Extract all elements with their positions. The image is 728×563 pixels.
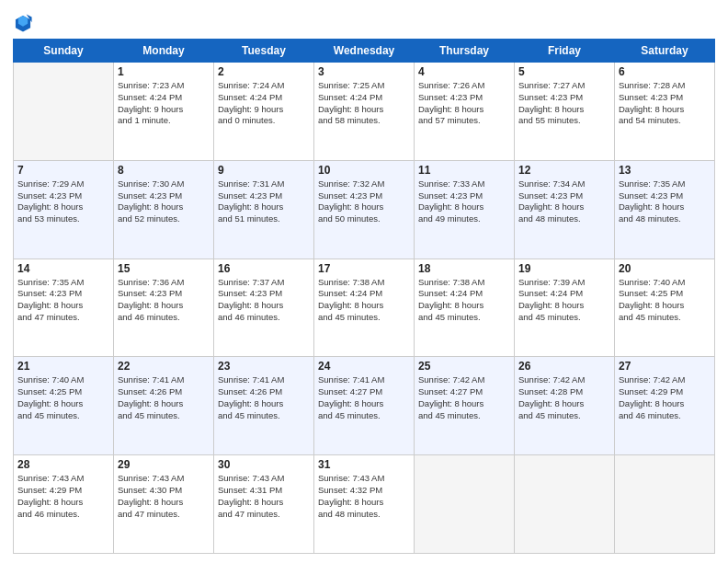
day-info: Sunrise: 7:31 AMSunset: 4:23 PMDaylight:… [218, 178, 310, 225]
day-number: 17 [318, 262, 410, 275]
col-header-wednesday: Wednesday [314, 40, 415, 63]
day-info: Sunrise: 7:39 AMSunset: 4:24 PMDaylight:… [518, 277, 610, 324]
day-cell: 26Sunrise: 7:42 AMSunset: 4:28 PMDayligh… [515, 357, 615, 455]
day-number: 7 [17, 164, 109, 177]
day-number: 16 [218, 262, 310, 275]
day-number: 1 [118, 65, 210, 78]
day-cell: 10Sunrise: 7:32 AMSunset: 4:23 PMDayligh… [314, 160, 415, 259]
day-number: 23 [218, 360, 310, 373]
day-cell: 17Sunrise: 7:38 AMSunset: 4:24 PMDayligh… [314, 259, 415, 357]
day-number: 19 [518, 262, 610, 275]
day-info: Sunrise: 7:23 AMSunset: 4:24 PMDaylight:… [118, 80, 210, 127]
day-info: Sunrise: 7:35 AMSunset: 4:23 PMDaylight:… [17, 277, 109, 324]
day-cell [615, 455, 715, 554]
day-number: 6 [619, 65, 711, 78]
day-cell: 21Sunrise: 7:40 AMSunset: 4:25 PMDayligh… [14, 357, 114, 455]
day-cell: 31Sunrise: 7:43 AMSunset: 4:32 PMDayligh… [314, 455, 415, 554]
day-info: Sunrise: 7:43 AMSunset: 4:32 PMDaylight:… [318, 473, 410, 520]
day-info: Sunrise: 7:28 AMSunset: 4:23 PMDaylight:… [619, 80, 711, 127]
day-info: Sunrise: 7:35 AMSunset: 4:23 PMDaylight:… [619, 178, 711, 225]
day-cell: 25Sunrise: 7:42 AMSunset: 4:27 PMDayligh… [415, 357, 515, 455]
day-cell [415, 455, 515, 554]
day-number: 10 [318, 164, 410, 177]
day-info: Sunrise: 7:42 AMSunset: 4:29 PMDaylight:… [619, 374, 711, 421]
day-number: 29 [118, 458, 210, 471]
col-header-saturday: Saturday [615, 40, 715, 63]
day-number: 2 [218, 65, 310, 78]
day-cell: 30Sunrise: 7:43 AMSunset: 4:31 PMDayligh… [214, 455, 314, 554]
day-cell: 20Sunrise: 7:40 AMSunset: 4:25 PMDayligh… [615, 259, 715, 357]
col-header-friday: Friday [515, 40, 615, 63]
day-info: Sunrise: 7:25 AMSunset: 4:24 PMDaylight:… [318, 80, 410, 127]
day-cell: 11Sunrise: 7:33 AMSunset: 4:23 PMDayligh… [415, 160, 515, 259]
day-cell [14, 63, 114, 161]
day-cell: 5Sunrise: 7:27 AMSunset: 4:23 PMDaylight… [515, 63, 615, 161]
day-cell: 18Sunrise: 7:38 AMSunset: 4:24 PMDayligh… [415, 259, 515, 357]
week-row-4: 21Sunrise: 7:40 AMSunset: 4:25 PMDayligh… [14, 357, 715, 455]
day-cell: 28Sunrise: 7:43 AMSunset: 4:29 PMDayligh… [14, 455, 114, 554]
day-info: Sunrise: 7:36 AMSunset: 4:23 PMDaylight:… [118, 277, 210, 324]
day-cell: 16Sunrise: 7:37 AMSunset: 4:23 PMDayligh… [214, 259, 314, 357]
day-number: 24 [318, 360, 410, 373]
day-cell: 6Sunrise: 7:28 AMSunset: 4:23 PMDaylight… [615, 63, 715, 161]
day-info: Sunrise: 7:38 AMSunset: 4:24 PMDaylight:… [318, 277, 410, 324]
day-info: Sunrise: 7:43 AMSunset: 4:29 PMDaylight:… [17, 473, 109, 520]
day-cell: 7Sunrise: 7:29 AMSunset: 4:23 PMDaylight… [14, 160, 114, 259]
day-info: Sunrise: 7:41 AMSunset: 4:26 PMDaylight:… [218, 374, 310, 421]
day-info: Sunrise: 7:24 AMSunset: 4:24 PMDaylight:… [218, 80, 310, 127]
day-info: Sunrise: 7:42 AMSunset: 4:27 PMDaylight:… [418, 374, 510, 421]
day-cell: 8Sunrise: 7:30 AMSunset: 4:23 PMDaylight… [114, 160, 214, 259]
day-info: Sunrise: 7:34 AMSunset: 4:23 PMDaylight:… [518, 178, 610, 225]
day-cell: 24Sunrise: 7:41 AMSunset: 4:27 PMDayligh… [314, 357, 415, 455]
day-info: Sunrise: 7:32 AMSunset: 4:23 PMDaylight:… [318, 178, 410, 225]
day-info: Sunrise: 7:41 AMSunset: 4:27 PMDaylight:… [318, 374, 410, 421]
day-info: Sunrise: 7:40 AMSunset: 4:25 PMDaylight:… [619, 277, 711, 324]
day-cell: 15Sunrise: 7:36 AMSunset: 4:23 PMDayligh… [114, 259, 214, 357]
day-number: 14 [17, 262, 109, 275]
day-number: 11 [418, 164, 510, 177]
day-cell: 13Sunrise: 7:35 AMSunset: 4:23 PMDayligh… [615, 160, 715, 259]
day-number: 8 [118, 164, 210, 177]
day-cell [515, 455, 615, 554]
week-row-2: 7Sunrise: 7:29 AMSunset: 4:23 PMDaylight… [14, 160, 715, 259]
logo-icon [13, 13, 33, 33]
day-cell: 2Sunrise: 7:24 AMSunset: 4:24 PMDaylight… [214, 63, 314, 161]
day-cell: 9Sunrise: 7:31 AMSunset: 4:23 PMDaylight… [214, 160, 314, 259]
day-number: 20 [619, 262, 711, 275]
day-number: 21 [17, 360, 109, 373]
week-row-1: 1Sunrise: 7:23 AMSunset: 4:24 PMDaylight… [14, 63, 715, 161]
day-number: 28 [17, 458, 109, 471]
day-info: Sunrise: 7:38 AMSunset: 4:24 PMDaylight:… [418, 277, 510, 324]
day-info: Sunrise: 7:37 AMSunset: 4:23 PMDaylight:… [218, 277, 310, 324]
day-cell: 14Sunrise: 7:35 AMSunset: 4:23 PMDayligh… [14, 259, 114, 357]
day-number: 12 [518, 164, 610, 177]
day-cell: 29Sunrise: 7:43 AMSunset: 4:30 PMDayligh… [114, 455, 214, 554]
week-row-5: 28Sunrise: 7:43 AMSunset: 4:29 PMDayligh… [14, 455, 715, 554]
header-row: SundayMondayTuesdayWednesdayThursdayFrid… [14, 40, 715, 63]
day-number: 18 [418, 262, 510, 275]
day-info: Sunrise: 7:30 AMSunset: 4:23 PMDaylight:… [118, 178, 210, 225]
day-number: 30 [218, 458, 310, 471]
day-cell: 27Sunrise: 7:42 AMSunset: 4:29 PMDayligh… [615, 357, 715, 455]
logo [13, 13, 35, 33]
day-number: 22 [118, 360, 210, 373]
day-cell: 23Sunrise: 7:41 AMSunset: 4:26 PMDayligh… [214, 357, 314, 455]
col-header-tuesday: Tuesday [214, 40, 314, 63]
day-info: Sunrise: 7:29 AMSunset: 4:23 PMDaylight:… [17, 178, 109, 225]
day-cell: 12Sunrise: 7:34 AMSunset: 4:23 PMDayligh… [515, 160, 615, 259]
day-number: 9 [218, 164, 310, 177]
day-number: 13 [619, 164, 711, 177]
page: SundayMondayTuesdayWednesdayThursdayFrid… [0, 0, 728, 563]
header [13, 9, 715, 33]
week-row-3: 14Sunrise: 7:35 AMSunset: 4:23 PMDayligh… [14, 259, 715, 357]
day-cell: 3Sunrise: 7:25 AMSunset: 4:24 PMDaylight… [314, 63, 415, 161]
day-info: Sunrise: 7:41 AMSunset: 4:26 PMDaylight:… [118, 374, 210, 421]
day-cell: 22Sunrise: 7:41 AMSunset: 4:26 PMDayligh… [114, 357, 214, 455]
day-number: 4 [418, 65, 510, 78]
col-header-thursday: Thursday [415, 40, 515, 63]
day-number: 27 [619, 360, 711, 373]
day-number: 26 [518, 360, 610, 373]
day-info: Sunrise: 7:43 AMSunset: 4:30 PMDaylight:… [118, 473, 210, 520]
day-cell: 19Sunrise: 7:39 AMSunset: 4:24 PMDayligh… [515, 259, 615, 357]
day-number: 3 [318, 65, 410, 78]
